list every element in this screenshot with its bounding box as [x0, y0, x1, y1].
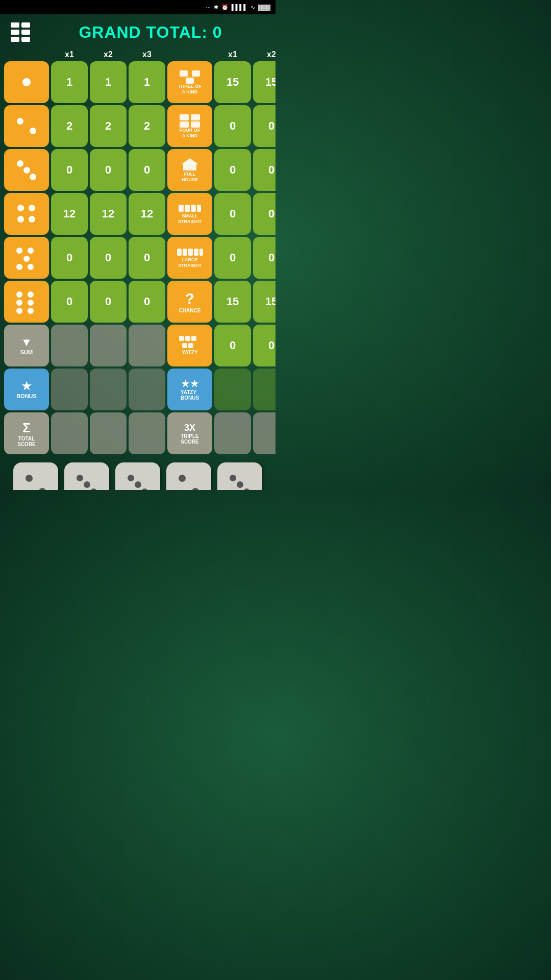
score-yatzy-x2[interactable]: 0	[253, 325, 276, 366]
score-4kind-x1[interactable]: 0	[214, 105, 251, 147]
triple-x1-empty	[214, 412, 251, 454]
col-x3-left: x3	[129, 50, 165, 59]
svg-rect-9	[185, 205, 190, 212]
score-yatzy-x1[interactable]: 0	[214, 325, 251, 366]
score-ones-x1[interactable]: 1	[51, 61, 88, 103]
dice-threes[interactable]	[4, 149, 49, 191]
category-large-straight[interactable]: LARGESTRAIGHT	[167, 237, 212, 279]
sum-x1-empty	[51, 325, 88, 366]
score-3kind-x1[interactable]: 15	[214, 61, 251, 103]
row-ones: 1 1 1 THREE OFA KIND 15 15 15	[4, 61, 271, 103]
score-fives-x2[interactable]: 0	[90, 237, 127, 279]
bonus-x2-empty	[90, 369, 127, 410]
col-x1-right: x1	[214, 50, 251, 59]
svg-rect-19	[191, 336, 196, 341]
column-headers: x1 x2 x3 x1 x2 x3	[4, 50, 271, 59]
triple-x2-empty	[253, 412, 276, 454]
svg-rect-1	[192, 70, 200, 77]
sum-x2-empty	[90, 325, 127, 366]
score-sstraight-x1[interactable]: 0	[214, 193, 251, 235]
score-fullhouse-x2[interactable]: 0	[253, 149, 276, 191]
score-sixes-x2[interactable]: 0	[90, 281, 127, 323]
score-chance-x1[interactable]: 15	[214, 281, 251, 323]
col-x2-left: x2	[90, 50, 127, 59]
bottom-die-5[interactable]	[217, 462, 262, 490]
category-chance[interactable]: ? CHANCE	[167, 281, 212, 323]
total-score-cell: Σ TOTALSCORE	[4, 412, 49, 454]
total-x2-empty	[90, 412, 127, 454]
score-fours-x3[interactable]: 12	[129, 193, 165, 235]
dice-twos[interactable]	[4, 105, 49, 147]
svg-rect-14	[188, 249, 193, 256]
total-x3-empty	[129, 412, 165, 454]
alarm-icon: ⏰	[221, 4, 229, 11]
svg-rect-5	[180, 121, 189, 128]
row-sum: ▼ SUM YATZY 0 0 0	[4, 325, 271, 366]
svg-rect-6	[191, 121, 200, 128]
header: GRAND TOTAL: 0	[0, 14, 276, 50]
dice-ones[interactable]	[4, 61, 49, 103]
score-ones-x2[interactable]: 1	[90, 61, 127, 103]
row-bonus: ★ BONUS ★ ★ YATZYBONUS	[4, 369, 271, 410]
score-sixes-x1[interactable]: 0	[51, 281, 88, 323]
bonus-x1-empty	[51, 369, 88, 410]
svg-rect-3	[180, 114, 189, 120]
score-fours-x1[interactable]: 12	[51, 193, 88, 235]
score-ones-x3[interactable]: 1	[129, 61, 165, 103]
svg-rect-21	[188, 343, 193, 348]
score-twos-x1[interactable]: 2	[51, 105, 88, 147]
svg-rect-2	[186, 78, 194, 84]
bonus-x3-empty	[129, 369, 165, 410]
score-fours-x2[interactable]: 12	[90, 193, 127, 235]
wifi-icon: ∿	[251, 4, 255, 11]
dice-fours[interactable]	[4, 193, 49, 235]
category-small-straight[interactable]: SMALLSTRAIGHT	[167, 193, 212, 235]
dice-fives[interactable]	[4, 237, 49, 279]
sum-x3-empty	[129, 325, 165, 366]
bottom-die-1[interactable]	[13, 462, 58, 490]
category-four-of-kind[interactable]: FOUR OFA KIND	[167, 105, 212, 147]
score-grid: x1 x2 x3 x1 x2 x3 1 1 1 THREE OFA KIND 1…	[0, 50, 276, 454]
row-total: Σ TOTALSCORE 3X TRIPLESCORE	[4, 412, 271, 454]
yatzy-bonus-x1	[214, 369, 251, 410]
menu-button[interactable]	[8, 19, 33, 45]
svg-rect-16	[199, 249, 203, 256]
row-sixes: 0 0 0 ? CHANCE 15 15 15	[4, 281, 271, 323]
bottom-die-2[interactable]	[64, 462, 109, 490]
score-chance-x2[interactable]: 15	[253, 281, 276, 323]
score-twos-x2[interactable]: 2	[90, 105, 127, 147]
category-full-house[interactable]: FULLHOUSE	[167, 149, 212, 191]
bluetooth-icon: ✱	[214, 4, 218, 11]
svg-rect-0	[180, 70, 188, 77]
svg-rect-13	[183, 249, 187, 256]
category-three-of-kind[interactable]: THREE OFA KIND	[167, 61, 212, 103]
score-3kind-x2[interactable]: 15	[253, 61, 276, 103]
score-fives-x3[interactable]: 0	[129, 237, 165, 279]
score-threes-x1[interactable]: 0	[51, 149, 88, 191]
bottom-die-4[interactable]	[166, 462, 211, 490]
score-sstraight-x2[interactable]: 0	[253, 193, 276, 235]
category-yatzy[interactable]: YATZY	[167, 325, 212, 366]
battery-icon: ▓▓▓	[258, 4, 270, 10]
score-fullhouse-x1[interactable]: 0	[214, 149, 251, 191]
score-4kind-x2[interactable]: 0	[253, 105, 276, 147]
score-lstraight-x1[interactable]: 0	[214, 237, 251, 279]
row-fives: 0 0 0 LARGESTRAIGHT 0 0 0	[4, 237, 271, 279]
status-bar: ··· ✱ ⏰ ▌▌▌▌ ∿ ▓▓▓	[0, 0, 276, 14]
bottom-die-3[interactable]	[115, 462, 160, 490]
score-twos-x3[interactable]: 2	[129, 105, 165, 147]
svg-rect-4	[191, 114, 200, 120]
svg-rect-11	[197, 205, 201, 212]
svg-marker-7	[181, 158, 198, 170]
row-fours: 12 12 12 SMALLSTRAIGHT 0 0 0	[4, 193, 271, 235]
score-sixes-x3[interactable]: 0	[129, 281, 165, 323]
score-fives-x1[interactable]: 0	[51, 237, 88, 279]
triple-score-cell: 3X TRIPLESCORE	[167, 412, 212, 454]
svg-rect-18	[185, 336, 190, 341]
score-threes-x3[interactable]: 0	[129, 149, 165, 191]
col-x2-right: x2	[253, 50, 276, 59]
score-threes-x2[interactable]: 0	[90, 149, 127, 191]
score-lstraight-x2[interactable]: 0	[253, 237, 276, 279]
dice-sixes[interactable]	[4, 281, 49, 323]
svg-rect-15	[194, 249, 198, 256]
